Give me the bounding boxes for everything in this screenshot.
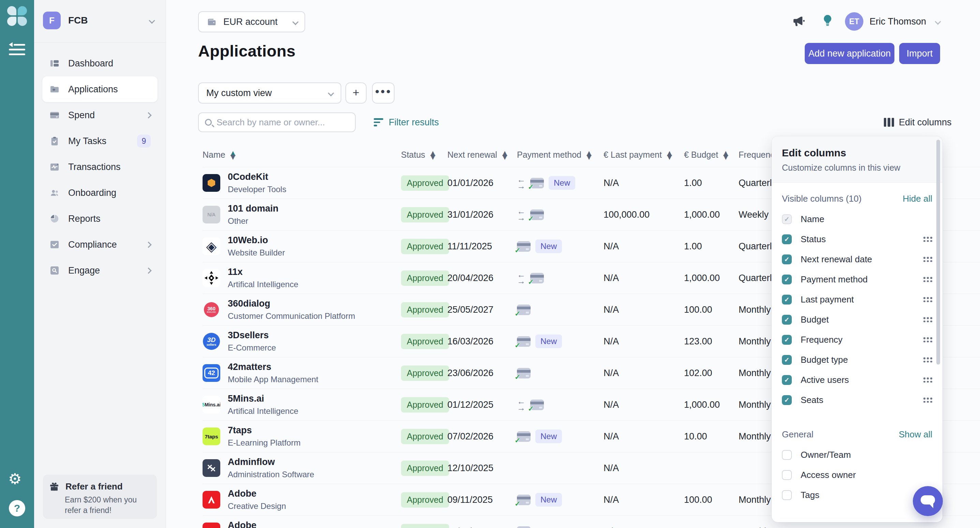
column-toggle-budget-type: ✓ Budget type bbox=[782, 350, 932, 370]
status-badge: Approved bbox=[401, 461, 449, 476]
chevron-down-icon bbox=[935, 18, 941, 25]
frequency: Monthly bbox=[738, 368, 771, 379]
column-header-budget[interactable]: € Budget ▲▼ bbox=[684, 150, 730, 160]
chevron-right-icon bbox=[145, 241, 151, 247]
sidebar-item-reports[interactable]: Reports bbox=[42, 206, 158, 231]
view-options-button[interactable]: ●●● bbox=[372, 82, 395, 103]
app-category[interactable]: Developer Tools bbox=[228, 185, 286, 194]
workspace-switcher[interactable]: F FCB bbox=[43, 10, 159, 31]
refer-a-friend-card[interactable]: Refer a friend Earn $200 when you refer … bbox=[43, 474, 157, 519]
view-selector[interactable]: My custom view bbox=[198, 82, 341, 103]
drag-handle-icon[interactable] bbox=[923, 315, 932, 324]
checkbox-checked[interactable]: ✓ bbox=[782, 315, 792, 325]
app-category[interactable]: E-Learning Platform bbox=[228, 438, 301, 448]
sidebar-item-onboarding[interactable]: Onboarding bbox=[42, 180, 158, 206]
drag-handle-icon[interactable] bbox=[923, 335, 932, 344]
app-category[interactable]: Artifical Intelligence bbox=[228, 280, 298, 289]
sidebar-item-spend[interactable]: Spend bbox=[42, 102, 158, 128]
status-badge: Approved bbox=[401, 397, 449, 412]
sidebar-item-engage[interactable]: Engage bbox=[42, 257, 158, 284]
app-category[interactable]: Administration Software bbox=[228, 470, 314, 479]
app-logo: N/A bbox=[202, 206, 220, 224]
sidebar-item-transactions[interactable]: Transactions bbox=[42, 154, 158, 180]
show-all-link[interactable]: Show all bbox=[899, 429, 932, 440]
import-button[interactable]: Import bbox=[899, 43, 940, 64]
checkbox-checked[interactable]: ✓ bbox=[782, 214, 792, 224]
column-header-last-payment[interactable]: € Last payment ▲▼ bbox=[603, 150, 674, 160]
new-badge: New bbox=[535, 335, 562, 348]
add-view-button[interactable]: + bbox=[345, 82, 367, 103]
last-payment: N/A bbox=[603, 368, 619, 379]
sidebar-item-label: Onboarding bbox=[68, 188, 116, 198]
checkbox-checked[interactable]: ✓ bbox=[782, 375, 792, 385]
column-header-next-renewal[interactable]: Next renewal ▲▼ bbox=[447, 150, 509, 160]
column-header-payment-method[interactable]: Payment method ▲▼ bbox=[517, 150, 593, 160]
app-logo: 7taps bbox=[202, 428, 220, 445]
app-category[interactable]: Website Builder bbox=[228, 248, 285, 257]
ideas-lightbulb-icon[interactable] bbox=[821, 13, 834, 28]
app-category[interactable]: Customer Communication Platform bbox=[228, 311, 355, 321]
card-payment-icon: ✓ bbox=[530, 400, 544, 410]
checkbox-unchecked[interactable] bbox=[782, 450, 792, 460]
announcements-megaphone-icon[interactable] bbox=[792, 14, 805, 28]
checkbox-checked[interactable]: ✓ bbox=[782, 355, 792, 365]
collapse-sidebar-icon[interactable] bbox=[9, 43, 25, 57]
frequency: Monthly bbox=[738, 526, 771, 528]
app-name: 42matters bbox=[228, 362, 318, 372]
budget: 1.00 bbox=[684, 178, 702, 189]
checkbox-unchecked[interactable] bbox=[782, 470, 792, 480]
app-logo: 42 bbox=[202, 364, 220, 382]
user-menu[interactable]: ET Eric Thomson bbox=[845, 12, 940, 31]
app-logo bbox=[202, 174, 220, 192]
divider bbox=[34, 42, 166, 43]
edit-columns-panel: Edit columns Customize columns in this v… bbox=[772, 136, 942, 522]
app-category[interactable]: Mobile App Management bbox=[228, 375, 318, 384]
drag-handle-icon[interactable] bbox=[923, 255, 932, 264]
settings-gear-icon[interactable]: ⚙ bbox=[8, 471, 21, 487]
sidebar-item-applications[interactable]: Applications bbox=[42, 76, 158, 102]
frequency: Quarterly bbox=[738, 241, 776, 252]
last-payment: N/A bbox=[603, 241, 619, 252]
transfer-payment-icon: ←→ bbox=[517, 271, 525, 284]
budget: 10.00 bbox=[684, 431, 707, 442]
checkbox-checked[interactable]: ✓ bbox=[782, 274, 792, 284]
sidebar-item-label: Applications bbox=[68, 84, 118, 95]
checkbox-checked[interactable]: ✓ bbox=[782, 295, 792, 304]
drag-handle-icon[interactable] bbox=[923, 376, 932, 385]
checkbox-checked[interactable]: ✓ bbox=[782, 335, 792, 345]
app-category[interactable]: Other bbox=[228, 216, 278, 226]
card-payment-icon: ✓ bbox=[517, 368, 531, 379]
checkbox-checked[interactable]: ✓ bbox=[782, 254, 792, 264]
edit-columns-button[interactable]: Edit columns bbox=[884, 113, 952, 132]
last-payment: N/A bbox=[603, 400, 619, 410]
sidebar-item-compliance[interactable]: Compliance bbox=[42, 231, 158, 257]
account-selector[interactable]: EUR account bbox=[198, 11, 305, 32]
app-logo: 3Dsellers bbox=[202, 333, 220, 350]
drag-handle-icon[interactable] bbox=[923, 235, 932, 244]
card-payment-icon: ✓ bbox=[530, 209, 544, 220]
drag-handle-icon[interactable] bbox=[923, 295, 932, 304]
filter-results-button[interactable]: Filter results bbox=[374, 113, 439, 132]
column-header-name[interactable]: Name ▲▼ bbox=[202, 150, 237, 160]
chat-fab-button[interactable] bbox=[913, 486, 943, 516]
sidebar-item-dashboard[interactable]: Dashboard bbox=[42, 51, 158, 76]
search-input[interactable] bbox=[216, 117, 349, 128]
drag-handle-icon[interactable] bbox=[923, 395, 932, 405]
checkbox-checked[interactable]: ✓ bbox=[782, 395, 792, 405]
drag-handle-icon[interactable] bbox=[923, 275, 932, 284]
app-name: Adobe bbox=[228, 488, 286, 499]
sort-icon: ▲▼ bbox=[722, 151, 730, 159]
app-category[interactable]: Creative Design bbox=[228, 501, 286, 511]
sidebar-item-my-tasks[interactable]: My Tasks9 bbox=[42, 128, 158, 154]
help-icon[interactable]: ? bbox=[9, 500, 25, 517]
app-category[interactable]: Artifical Intelligence bbox=[228, 406, 298, 416]
hide-all-link[interactable]: Hide all bbox=[903, 193, 932, 204]
drag-handle-icon[interactable] bbox=[923, 355, 932, 365]
column-header-status[interactable]: Status ▲▼ bbox=[401, 150, 437, 160]
add-new-application-button[interactable]: Add new application bbox=[805, 43, 894, 64]
checkbox-unchecked[interactable] bbox=[782, 490, 792, 500]
checkbox-checked[interactable]: ✓ bbox=[782, 235, 792, 244]
panel-scrollbar[interactable] bbox=[936, 140, 940, 365]
app-category[interactable]: E-Commerce bbox=[228, 343, 276, 352]
app-root: { "theme": { "rail": "#3c868e", "accent"… bbox=[0, 0, 980, 528]
